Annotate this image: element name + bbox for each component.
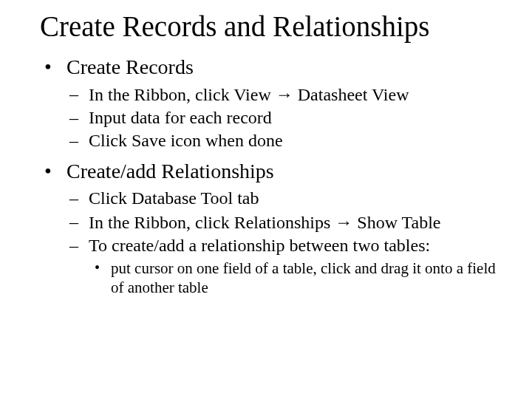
sub-bullet-item: In the Ribbon, click Relationships → Sho… (66, 211, 502, 234)
sub-bullet-item: In the Ribbon, click View → Datasheet Vi… (66, 83, 502, 106)
bullet-item: Create Records In the Ribbon, click View… (40, 54, 502, 153)
slide-title: Create Records and Relationships (40, 10, 502, 44)
sub-bullet-text: Click Save icon when done (89, 131, 283, 150)
subsub-bullet-item: put cursor on one field of a table, clic… (89, 259, 502, 298)
bullet-text: Create Records (66, 55, 194, 78)
sub-bullet-item: Click Save icon when done (66, 129, 502, 152)
sub-bullet-text: Click Database Tool tab (89, 188, 259, 208)
bullet-list-level1: Create Records In the Ribbon, click View… (40, 54, 502, 298)
slide: Create Records and Relationships Create … (0, 0, 532, 297)
sub-bullet-text: To create/add a relationship between two… (89, 236, 430, 255)
subsub-bullet-text: put cursor on one field of a table, clic… (111, 259, 496, 296)
sub-bullet-text: In the Ribbon, click View → Datasheet Vi… (89, 85, 409, 104)
bullet-item: Create/add Relationships Click Database … (40, 158, 502, 297)
bullet-list-level2: Click Database Tool tab In the Ribbon, c… (66, 187, 502, 297)
bullet-list-level3: put cursor on one field of a table, clic… (89, 259, 502, 298)
bullet-text: Create/add Relationships (66, 160, 274, 183)
bullet-list-level2: In the Ribbon, click View → Datasheet Vi… (66, 83, 502, 153)
sub-bullet-text: In the Ribbon, click Relationships → Sho… (89, 213, 441, 232)
sub-bullet-item: Input data for each record (66, 106, 502, 129)
sub-bullet-item: To create/add a relationship between two… (66, 234, 502, 298)
sub-bullet-item: Click Database Tool tab (66, 187, 502, 210)
sub-bullet-text: Input data for each record (89, 108, 272, 127)
